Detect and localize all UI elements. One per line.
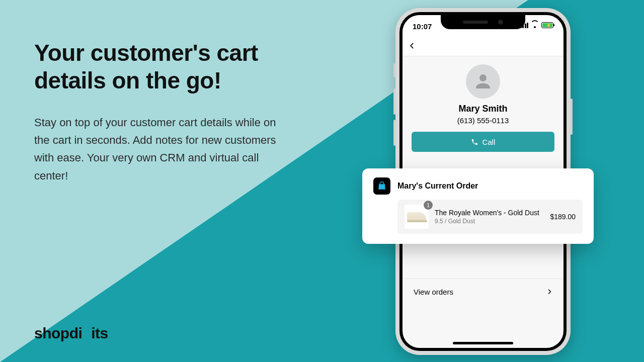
view-orders-label: View orders	[414, 288, 453, 296]
app-icon	[373, 177, 390, 195]
app-navbar	[403, 35, 564, 56]
status-time: 10:07	[413, 22, 432, 31]
chevron-left-icon	[409, 42, 416, 49]
wifi-icon	[531, 22, 539, 28]
product-thumbnail: 1	[405, 205, 429, 229]
person-icon	[472, 71, 494, 92]
chevron-right-icon	[546, 287, 552, 297]
current-order-card: Mary's Current Order 1 The Royale Women'…	[362, 168, 594, 244]
phone-mute-switch	[393, 63, 395, 77]
phone-icon	[471, 138, 478, 146]
view-orders-row[interactable]: View orders	[403, 279, 564, 305]
home-indicator	[453, 342, 513, 344]
subheadline: Stay on top of your customer cart detail…	[34, 114, 281, 185]
phone-volume-down	[393, 120, 395, 146]
phone-notch	[441, 15, 525, 29]
call-button[interactable]: Call	[412, 132, 554, 152]
call-button-label: Call	[482, 138, 496, 146]
brand-prefix: shopdi	[34, 325, 82, 341]
phone-volume-up	[393, 88, 395, 115]
phone-power-button	[571, 99, 573, 135]
customer-name: Mary Smith	[403, 104, 564, 114]
back-button[interactable]	[409, 39, 416, 52]
customer-phone: (613) 555-0113	[403, 116, 564, 125]
sneaker-icon	[407, 212, 426, 221]
avatar	[466, 64, 500, 99]
shopping-bag-icon	[377, 182, 386, 191]
brand-suffix: its	[91, 325, 108, 341]
headline: Your customer's cart details on the go!	[34, 39, 296, 95]
brand-logo: shopdigits	[34, 325, 108, 342]
product-name: The Royale Women's - Gold Dust	[435, 209, 544, 217]
order-card-title: Mary's Current Order	[397, 182, 478, 191]
quantity-badge: 1	[424, 201, 433, 210]
product-price: $189.00	[550, 213, 576, 221]
battery-icon: ⚡	[541, 22, 553, 28]
customer-profile: Mary Smith (613) 555-0113 Call	[403, 56, 564, 152]
brand-accent-letter: g	[82, 325, 91, 341]
product-variant: 9.5 / Gold Dust	[435, 218, 544, 225]
order-line-item[interactable]: 1 The Royale Women's - Gold Dust 9.5 / G…	[397, 200, 583, 234]
